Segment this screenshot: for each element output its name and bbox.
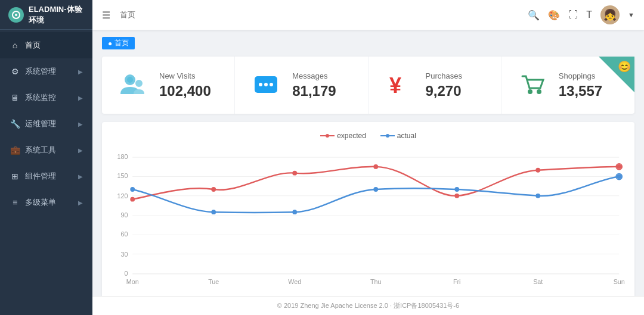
- new-visits-label: New Visits: [159, 71, 211, 80]
- chart-container: expected actual 180 150: [102, 122, 634, 296]
- sidebar-item-label: 组件管理: [25, 171, 56, 182]
- logo-text: ELADMIN-体验环境: [29, 4, 84, 26]
- svg-text:180: 180: [117, 153, 128, 160]
- shoppings-value: 13,557: [559, 83, 602, 99]
- monitor-icon: 🖥: [10, 93, 20, 102]
- sidebar-item-label: 运维管理: [25, 118, 56, 129]
- tools-icon: 💼: [10, 145, 20, 155]
- svg-point-39: [292, 171, 297, 176]
- svg-text:Tue: Tue: [208, 278, 219, 285]
- page-tag: ● 首页: [102, 37, 135, 49]
- svg-point-3: [127, 77, 133, 83]
- messages-icon-wrap: [249, 68, 283, 102]
- svg-point-40: [373, 164, 378, 169]
- components-icon: ⊞: [10, 171, 20, 181]
- footer: © 2019 Zheng Jie Apache License 2.0 · 浙I…: [92, 296, 644, 315]
- sidebar-item-home[interactable]: ⌂ 首页: [0, 32, 92, 58]
- svg-point-48: [454, 187, 459, 192]
- purchases-value: 9,270: [426, 83, 462, 99]
- chart-legend: expected actual: [112, 132, 625, 140]
- corner-decoration: 😊: [599, 57, 634, 92]
- sidebar-item-label: 系统监控: [25, 92, 56, 103]
- main-area: ☰ 首页 🔍 🎨 ⛶ T 👧 ▼ ● 首页: [92, 0, 644, 315]
- svg-text:30: 30: [120, 251, 128, 258]
- sidebar-item-label: 首页: [25, 40, 41, 51]
- svg-text:Fri: Fri: [453, 278, 461, 285]
- svg-point-49: [535, 194, 540, 198]
- gear-icon: ⚙: [10, 67, 20, 76]
- svg-point-8: [270, 83, 273, 86]
- svg-point-10: [528, 89, 532, 94]
- page-tag-dot: ●: [108, 39, 112, 48]
- sidebar-item-label: 多级菜单: [25, 197, 56, 208]
- sidebar-item-monitor[interactable]: 🖥 系统监控 ▶: [0, 85, 92, 111]
- svg-point-7: [264, 83, 268, 86]
- svg-point-6: [259, 83, 262, 86]
- theme-icon[interactable]: 🎨: [548, 10, 560, 21]
- hamburger-button[interactable]: ☰: [102, 10, 110, 21]
- messages-label: Messages: [292, 71, 336, 80]
- ops-icon: 🔧: [10, 119, 20, 129]
- avatar-image: 👧: [603, 8, 617, 21]
- sidebar: ELADMIN-体验环境 ⌂ 首页 ⚙ 系统管理 ▶ 🖥 系统监控: [0, 0, 92, 315]
- stat-card-new-visits: New Visits 102,400: [102, 57, 235, 114]
- svg-text:90: 90: [120, 211, 128, 219]
- stat-card-purchases: ¥ Purchases 9,270: [369, 57, 501, 114]
- menu-icon: ≡: [10, 198, 20, 207]
- sidebar-item-menu[interactable]: ≡ 多级菜单 ▶: [0, 189, 92, 216]
- svg-text:60: 60: [120, 230, 128, 238]
- search-icon[interactable]: 🔍: [528, 10, 540, 21]
- svg-point-13: [326, 134, 329, 138]
- purchases-icon-wrap: ¥: [383, 68, 416, 102]
- messages-value: 81,179: [292, 83, 336, 99]
- stats-row: 😊 New Visits: [102, 57, 634, 114]
- svg-point-46: [292, 210, 297, 214]
- chevron-icon: ▶: [78, 199, 83, 206]
- chevron-icon: ▶: [78, 68, 83, 75]
- page-tag-label: 首页: [114, 38, 129, 48]
- sidebar-item-system[interactable]: ⚙ 系统管理 ▶: [0, 58, 92, 85]
- messages-info: Messages 81,179: [292, 71, 336, 99]
- breadcrumb-home: 首页: [120, 10, 135, 20]
- svg-point-47: [373, 187, 378, 192]
- shoppings-icon: [518, 70, 547, 100]
- svg-point-44: [130, 187, 135, 192]
- sidebar-item-components[interactable]: ⊞ 组件管理 ▶: [0, 163, 92, 189]
- chevron-icon: ▶: [78, 147, 83, 154]
- svg-text:Thu: Thu: [370, 278, 382, 285]
- chart-svg-wrap: 180 150 120 90 60 30 0: [112, 146, 625, 291]
- purchases-label: Purchases: [426, 71, 462, 80]
- sidebar-item-tools[interactable]: 💼 系统工具 ▶: [0, 137, 92, 163]
- font-icon[interactable]: T: [586, 10, 592, 20]
- chevron-icon: ▶: [78, 173, 83, 180]
- breadcrumb: 首页: [120, 10, 135, 20]
- user-menu-chevron[interactable]: ▼: [628, 11, 634, 18]
- svg-text:0: 0: [124, 270, 128, 277]
- chevron-icon: ▶: [78, 121, 83, 127]
- svg-point-4: [135, 80, 143, 87]
- sidebar-nav: ⌂ 首页 ⚙ 系统管理 ▶ 🖥 系统监控 ▶ 🔧: [0, 30, 92, 315]
- shoppings-info: Shoppings 13,557: [559, 71, 602, 99]
- svg-point-41: [454, 194, 459, 198]
- sidebar-item-label: 系统管理: [25, 66, 56, 77]
- new-visits-icon-wrap: [116, 68, 150, 102]
- shoppings-icon-wrap: [516, 68, 549, 102]
- svg-text:Mon: Mon: [126, 278, 139, 285]
- svg-text:¥: ¥: [389, 73, 401, 98]
- legend-expected-label: expected: [337, 132, 366, 140]
- new-visits-icon: [118, 70, 148, 100]
- svg-text:Wed: Wed: [288, 278, 301, 285]
- sidebar-item-ops[interactable]: 🔧 运维管理 ▶: [0, 111, 92, 137]
- stat-card-messages: Messages 81,179: [235, 57, 368, 114]
- svg-point-42: [535, 168, 540, 173]
- svg-point-50: [617, 174, 621, 179]
- footer-text: © 2019 Zheng Jie Apache License 2.0 · 浙I…: [277, 302, 459, 309]
- content-area: ● 首页 😊: [92, 30, 644, 296]
- chevron-icon: ▶: [78, 95, 83, 101]
- header: ☰ 首页 🔍 🎨 ⛶ T 👧 ▼: [92, 0, 644, 30]
- line-chart: 180 150 120 90 60 30 0: [112, 146, 625, 289]
- svg-point-43: [617, 164, 621, 169]
- avatar[interactable]: 👧: [600, 5, 620, 24]
- fullscreen-icon[interactable]: ⛶: [568, 10, 578, 20]
- new-visits-info: New Visits 102,400: [159, 71, 211, 99]
